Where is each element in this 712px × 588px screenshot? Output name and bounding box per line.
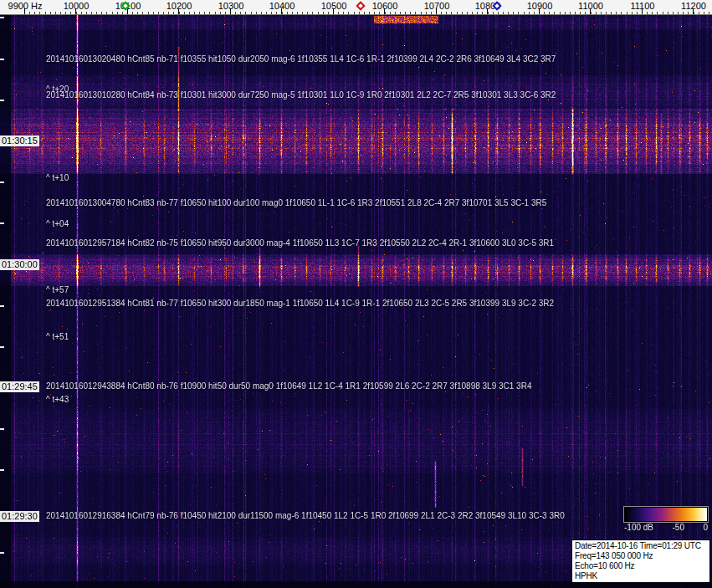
ruler-label-11200: 11200 [681,1,706,11]
db-label-mid: -50 [673,523,684,532]
ruler-label-11000: 11000 [578,1,603,11]
db-label-max: 0 [703,523,708,532]
ruler-label-10500: 10500 [321,1,347,11]
frequency-ruler[interactable]: 9900 Hz 10000 10100 10200 10300 10400 10… [0,0,712,15]
time-label: 01:29:45 [0,381,39,392]
echo-log-line: 20141016012951384 hCnt81 nb-77 f10650 hi… [46,299,554,308]
echo-log-line: 20141016013020480 hCnt85 nb-71 f10355 hi… [46,54,556,64]
echo-log-line: 20141016013010280 hCnt84 nb-73 f10301 hi… [46,90,556,100]
time-tick [0,305,4,307]
meteor-echo-monitor: 9900 Hz 10000 10100 10200 10300 10400 10… [0,0,712,588]
info-box: Date=2014-10-16 Time=01:29 UTC Freq=143 … [571,539,710,583]
time-tick [0,552,4,554]
time-tick [0,346,4,348]
ruler-label-11100: 11100 [631,1,655,11]
ruler-label-10600: 10600 [372,1,398,11]
db-gradient [624,507,708,522]
info-echo: Echo=10 600 Hz [575,561,707,571]
echo-log-line: 20141016012916384 hCnt79 nb-76 f10450 hi… [46,511,565,520]
ruler-label-10300: 10300 [218,1,244,11]
time-label: 01:30:00 [0,259,39,270]
info-date: Date=2014-10-16 Time=01:29 UTC [575,541,707,551]
echo-log-line: 20141016013004780 hCnt83 nb-77 f10650 hi… [46,198,546,207]
echo-log-line: 20141016012943884 hCnt80 nb-76 f10900 hi… [46,381,531,391]
db-scale: -100 dB -50 0 [624,507,708,532]
time-offset-marker: ^ t+10 [46,173,69,182]
echo-log-line: 20141016012957184 hCnt82 nb-75 f10650 hi… [46,238,554,248]
time-tick [0,428,4,430]
ruler-label-10200: 10200 [166,1,192,11]
time-offset-marker: ^ t+51 [46,332,69,341]
info-station: HPHK [575,571,707,581]
db-scale-labels: -100 dB -50 0 [624,523,708,532]
time-tick [0,17,4,18]
db-label-min: -100 dB [624,523,653,532]
ruler-label-10900: 10900 [527,1,553,11]
time-label: 01:29:30 [0,511,39,522]
time-offset-marker: ^ t+43 [46,395,69,404]
time-tick [0,100,4,101]
info-freq: Freq=143 050 000 Hz [575,551,707,561]
time-tick [0,182,4,183]
ruler-label-10700: 10700 [424,1,450,11]
ruler-label-10000: 10000 [64,1,90,11]
time-label: 01:30:15 [0,135,39,146]
time-offset-marker: ^ t+57 [46,285,69,294]
ruler-label-10400: 10400 [269,1,295,11]
ruler-label-9900: 9900 Hz [8,1,43,11]
time-tick [0,222,4,224]
time-offset-marker: ^ t+04 [46,219,69,228]
time-tick [0,469,4,471]
time-tick [0,59,4,60]
spectrogram-area: 20141016013020480 hCnt85 nb-71 f10355 hi… [0,15,712,588]
